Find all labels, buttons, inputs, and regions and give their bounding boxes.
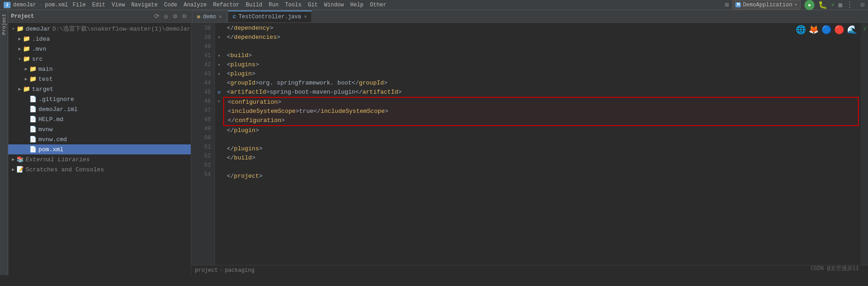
run-button[interactable]: [804, 0, 814, 10]
fold-41[interactable]: ▾: [215, 51, 223, 60]
fold-40: [215, 42, 223, 51]
tree-label-mvnw-cmd: mvnw.cmd: [38, 136, 67, 143]
project-panel-label[interactable]: Project: [0, 12, 8, 37]
tree-label-idea: .idea: [32, 36, 50, 42]
code-line-43: <plugin>: [223, 69, 861, 79]
fold-43[interactable]: ▾: [215, 69, 223, 79]
code-line-40: [223, 42, 861, 51]
menu-build[interactable]: Build: [246, 2, 263, 8]
file-icon-mvnw-cmd: 📄: [29, 136, 37, 143]
tree-item-help-md[interactable]: 📄 HELP.md: [8, 114, 191, 124]
opera-icon[interactable]: 🔴: [834, 25, 844, 35]
fold-42[interactable]: ▾: [215, 60, 223, 69]
tree-item-ext-libs[interactable]: ▶ 📚 External Libraries: [8, 154, 191, 164]
line-42: 42: [204, 60, 214, 69]
settings-icon[interactable]: ⚙: [171, 13, 179, 20]
tab-close-testcontroller[interactable]: ×: [304, 14, 307, 20]
file-icon-mvnw: 📄: [29, 126, 37, 132]
tab-demo[interactable]: m demo ×: [192, 11, 227, 22]
menu-other[interactable]: Other: [370, 2, 386, 8]
fold-49: [215, 124, 223, 133]
code-line-45: <artifactId>spring-boot-maven-plugin</ar…: [223, 88, 861, 97]
sync-icon[interactable]: ⟳: [153, 13, 161, 20]
safari-icon[interactable]: 🌊: [847, 25, 857, 35]
menu-window[interactable]: Window: [324, 2, 344, 8]
firefox-icon[interactable]: 🦊: [809, 25, 819, 35]
tree-item-idea[interactable]: ▶ 📁 .idea: [8, 34, 191, 44]
tree-arrow-ext-libs: ▶: [10, 156, 16, 163]
tree-item-target[interactable]: ▶ 📁 target: [8, 84, 191, 94]
project-title: demoJar: [13, 2, 36, 8]
window-controls[interactable]: ⊡: [861, 1, 864, 9]
menu-file[interactable]: File: [73, 2, 86, 8]
tab-label-testcontroller: TestController.java: [239, 14, 301, 20]
tree-arrow-test: ▶: [23, 76, 29, 82]
menu-navigate[interactable]: Navigate: [131, 2, 158, 8]
breadcrumb-project[interactable]: project: [195, 267, 218, 274]
menu-git[interactable]: Git: [308, 2, 318, 8]
file-icon-help: 📄: [29, 116, 37, 122]
tree-path-demojar: D:\迅雷下载\snakerflow-master(1)\demoJar: [53, 25, 191, 33]
code-line-52: </build>: [223, 154, 861, 163]
code-line-51: </plugins>: [223, 144, 861, 154]
fold-46[interactable]: ▾: [215, 97, 223, 106]
collapse-icon[interactable]: ⊟: [181, 13, 188, 20]
browser-icons-bar: 🌐 🦊 🔵 🔴 🌊: [796, 25, 857, 35]
tree-item-demojar-iml[interactable]: 📄 demoJar.iml: [8, 104, 191, 114]
menu-bar: J demoJar – pom.xml File Edit View Navig…: [0, 0, 868, 10]
menu-analyze[interactable]: Analyze: [184, 2, 207, 8]
tree-item-scratches[interactable]: ▶ 📝 Scratches and Consoles: [8, 164, 191, 175]
profiler-icon[interactable]: ▦: [838, 1, 842, 9]
tab-testcontroller[interactable]: C TestController.java ×: [228, 11, 312, 22]
menu-code[interactable]: Code: [164, 2, 177, 8]
tree-arrow-demojar: ▾: [10, 26, 16, 32]
tree-item-gitignore[interactable]: 📄 .gitignore: [8, 94, 191, 104]
code-line-49: </plugin>: [223, 126, 861, 135]
tree-item-pom-xml[interactable]: 📄 pom.xml: [8, 144, 191, 154]
file-icon-gitignore: 📄: [29, 96, 37, 102]
tree-label-demojar: demoJar: [26, 26, 51, 32]
debug-icon[interactable]: 🐛: [818, 0, 827, 10]
project-tree: ▾ 📁 demoJar D:\迅雷下载\snakerflow-master(1)…: [8, 23, 191, 275]
tree-label-ext-libs: External Libraries: [26, 156, 90, 163]
breadcrumb-packaging[interactable]: packaging: [225, 267, 255, 274]
locate-icon[interactable]: ◎: [162, 13, 170, 20]
coverage-icon[interactable]: ⚡: [831, 1, 835, 9]
code-line-46: <configuration>: [224, 98, 858, 107]
panel-strip: Project: [0, 10, 8, 275]
folder-icon-test: 📁: [29, 76, 37, 82]
layout-icon[interactable]: ⊞: [725, 1, 729, 9]
gutter-check-icon: ✓: [863, 25, 867, 32]
run-config-selector[interactable]: M DemoApplication ▾: [732, 0, 800, 10]
fold-45[interactable]: ⊙: [215, 88, 223, 97]
tree-item-test[interactable]: ▶ 📁 test: [8, 74, 191, 84]
tree-item-main[interactable]: ▶ 📁 main: [8, 64, 191, 74]
code-editor[interactable]: </dependency> </dependencies> <build> <p…: [223, 23, 861, 265]
tree-item-demojar-root[interactable]: ▾ 📁 demoJar D:\迅雷下载\snakerflow-master(1)…: [8, 24, 191, 34]
menu-view[interactable]: View: [112, 2, 125, 8]
tree-label-main: main: [38, 66, 53, 73]
tree-item-mvnw-cmd[interactable]: 📄 mvnw.cmd: [8, 134, 191, 144]
line-number-gutter: 38 39 40 41 42 43 44 45 46 47 48 49 50 5…: [191, 23, 215, 265]
highlighted-block: <configuration> <includeSystemScope>true…: [223, 97, 859, 126]
menu-edit[interactable]: Edit: [92, 2, 105, 8]
tree-item-mvnw[interactable]: 📄 mvnw: [8, 124, 191, 134]
code-line-54: </project>: [223, 172, 861, 181]
tree-label-pom-xml: pom.xml: [38, 146, 64, 153]
edge-icon[interactable]: 🔵: [821, 25, 831, 35]
tab-close-demo[interactable]: ×: [219, 14, 222, 20]
right-scroll-gutter[interactable]: ✓: [861, 23, 868, 265]
more-run-icon[interactable]: ⋮: [846, 0, 853, 10]
menu-help[interactable]: Help: [350, 2, 364, 8]
menu-tools[interactable]: Tools: [285, 2, 301, 8]
menu-run[interactable]: Run: [269, 2, 279, 8]
fold-39[interactable]: ▾: [215, 33, 223, 42]
chrome-icon[interactable]: 🌐: [796, 25, 806, 35]
folder-icon-idea: 📁: [23, 36, 30, 42]
menu-refactor[interactable]: Refactor: [213, 2, 240, 8]
tree-item-mvn[interactable]: ▶ 📁 .mvn: [8, 44, 191, 54]
code-line-50: [223, 135, 861, 144]
app-icon: J: [4, 2, 11, 8]
tree-item-src[interactable]: ▾ 📁 src: [8, 54, 191, 64]
editor-tab-bar: m demo × C TestController.java ×: [191, 10, 868, 23]
